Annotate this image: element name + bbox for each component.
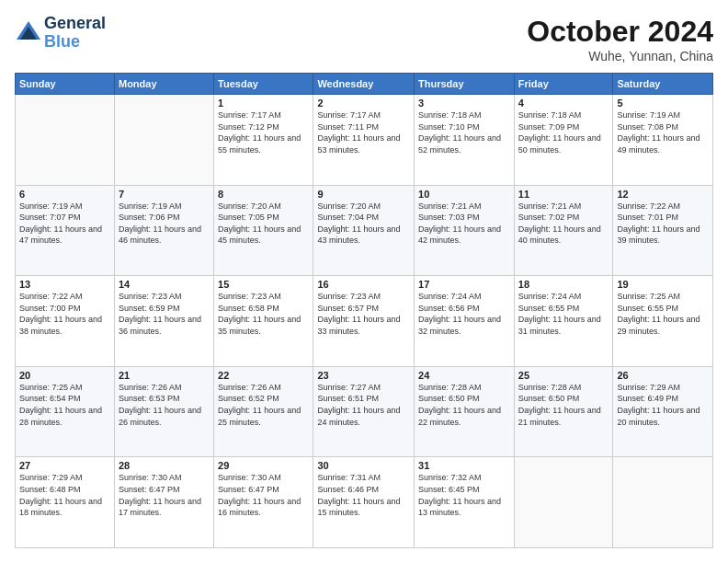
day-info: Sunrise: 7:23 AMSunset: 6:59 PMDaylight:… xyxy=(119,291,210,337)
day-number: 2 xyxy=(317,98,410,109)
calendar-cell: 19Sunrise: 7:25 AMSunset: 6:55 PMDayligh… xyxy=(613,276,713,367)
day-number: 3 xyxy=(418,98,510,109)
day-number: 12 xyxy=(617,189,709,200)
calendar-cell: 26Sunrise: 7:29 AMSunset: 6:49 PMDayligh… xyxy=(613,366,713,457)
weekday-header-thursday: Thursday xyxy=(415,74,515,95)
calendar-cell: 4Sunrise: 7:18 AMSunset: 7:09 PMDaylight… xyxy=(514,95,613,186)
day-info: Sunrise: 7:28 AMSunset: 6:50 PMDaylight:… xyxy=(518,382,609,428)
day-number: 6 xyxy=(19,189,110,200)
day-info: Sunrise: 7:23 AMSunset: 6:58 PMDaylight:… xyxy=(218,291,309,337)
day-info: Sunrise: 7:18 AMSunset: 7:10 PMDaylight:… xyxy=(418,109,510,155)
title-block: October 2024 Wuhe, Yunnan, China xyxy=(527,15,713,63)
day-info: Sunrise: 7:25 AMSunset: 6:54 PMDaylight:… xyxy=(19,382,110,428)
day-info: Sunrise: 7:23 AMSunset: 6:57 PMDaylight:… xyxy=(317,291,410,337)
day-info: Sunrise: 7:19 AMSunset: 7:08 PMDaylight:… xyxy=(617,109,709,155)
calendar-cell: 2Sunrise: 7:17 AMSunset: 7:11 PMDaylight… xyxy=(313,95,415,186)
day-info: Sunrise: 7:22 AMSunset: 7:00 PMDaylight:… xyxy=(19,291,110,337)
week-row-3: 13Sunrise: 7:22 AMSunset: 7:00 PMDayligh… xyxy=(16,276,713,367)
calendar-cell: 12Sunrise: 7:22 AMSunset: 7:01 PMDayligh… xyxy=(613,185,713,276)
day-info: Sunrise: 7:30 AMSunset: 6:47 PMDaylight:… xyxy=(119,472,210,518)
day-info: Sunrise: 7:22 AMSunset: 7:01 PMDaylight:… xyxy=(617,201,709,247)
day-info: Sunrise: 7:20 AMSunset: 7:04 PMDaylight:… xyxy=(317,201,410,247)
day-number: 11 xyxy=(518,189,609,200)
calendar-cell: 22Sunrise: 7:26 AMSunset: 6:52 PMDayligh… xyxy=(214,366,313,457)
day-info: Sunrise: 7:26 AMSunset: 6:53 PMDaylight:… xyxy=(119,382,210,428)
day-number: 10 xyxy=(418,189,510,200)
logo: General Blue xyxy=(15,15,106,52)
location-title: Wuhe, Yunnan, China xyxy=(527,49,713,63)
day-info: Sunrise: 7:28 AMSunset: 6:50 PMDaylight:… xyxy=(418,382,510,428)
day-number: 13 xyxy=(19,279,110,290)
day-number: 26 xyxy=(617,370,709,381)
day-info: Sunrise: 7:27 AMSunset: 6:51 PMDaylight:… xyxy=(317,382,410,428)
day-number: 9 xyxy=(317,189,410,200)
calendar-cell: 18Sunrise: 7:24 AMSunset: 6:55 PMDayligh… xyxy=(514,276,613,367)
day-number: 8 xyxy=(218,189,309,200)
day-info: Sunrise: 7:17 AMSunset: 7:11 PMDaylight:… xyxy=(317,109,410,155)
day-info: Sunrise: 7:21 AMSunset: 7:02 PMDaylight:… xyxy=(518,201,609,247)
calendar-cell: 10Sunrise: 7:21 AMSunset: 7:03 PMDayligh… xyxy=(415,185,515,276)
day-info: Sunrise: 7:20 AMSunset: 7:05 PMDaylight:… xyxy=(218,201,309,247)
calendar-cell: 6Sunrise: 7:19 AMSunset: 7:07 PMDaylight… xyxy=(16,185,115,276)
day-info: Sunrise: 7:30 AMSunset: 6:47 PMDaylight:… xyxy=(218,472,309,518)
day-number: 23 xyxy=(317,370,410,381)
weekday-header-tuesday: Tuesday xyxy=(214,74,313,95)
day-number: 25 xyxy=(518,370,609,381)
calendar-cell: 20Sunrise: 7:25 AMSunset: 6:54 PMDayligh… xyxy=(16,366,115,457)
logo-line1: General xyxy=(44,14,106,32)
calendar-cell: 31Sunrise: 7:32 AMSunset: 6:45 PMDayligh… xyxy=(415,457,515,548)
calendar-cell: 24Sunrise: 7:28 AMSunset: 6:50 PMDayligh… xyxy=(415,366,515,457)
day-info: Sunrise: 7:19 AMSunset: 7:07 PMDaylight:… xyxy=(19,201,110,247)
calendar-cell: 7Sunrise: 7:19 AMSunset: 7:06 PMDaylight… xyxy=(114,185,213,276)
day-info: Sunrise: 7:29 AMSunset: 6:49 PMDaylight:… xyxy=(617,382,709,428)
weekday-header-wednesday: Wednesday xyxy=(313,74,415,95)
day-number: 1 xyxy=(218,98,309,109)
calendar-cell: 16Sunrise: 7:23 AMSunset: 6:57 PMDayligh… xyxy=(313,276,415,367)
day-number: 18 xyxy=(518,279,609,290)
logo-line2: Blue xyxy=(44,32,80,51)
calendar-cell: 5Sunrise: 7:19 AMSunset: 7:08 PMDaylight… xyxy=(613,95,713,186)
calendar-cell: 8Sunrise: 7:20 AMSunset: 7:05 PMDaylight… xyxy=(214,185,313,276)
day-info: Sunrise: 7:24 AMSunset: 6:55 PMDaylight:… xyxy=(518,291,609,337)
calendar-cell: 14Sunrise: 7:23 AMSunset: 6:59 PMDayligh… xyxy=(114,276,213,367)
day-number: 30 xyxy=(317,460,410,471)
calendar-cell: 25Sunrise: 7:28 AMSunset: 6:50 PMDayligh… xyxy=(514,366,613,457)
calendar-cell: 13Sunrise: 7:22 AMSunset: 7:00 PMDayligh… xyxy=(16,276,115,367)
logo-icon xyxy=(15,19,42,47)
weekday-header-row: SundayMondayTuesdayWednesdayThursdayFrid… xyxy=(16,74,713,95)
day-number: 7 xyxy=(119,189,210,200)
day-number: 15 xyxy=(218,279,309,290)
calendar-cell: 9Sunrise: 7:20 AMSunset: 7:04 PMDaylight… xyxy=(313,185,415,276)
day-info: Sunrise: 7:21 AMSunset: 7:03 PMDaylight:… xyxy=(418,201,510,247)
day-info: Sunrise: 7:24 AMSunset: 6:56 PMDaylight:… xyxy=(418,291,510,337)
day-number: 20 xyxy=(19,370,110,381)
day-info: Sunrise: 7:31 AMSunset: 6:46 PMDaylight:… xyxy=(317,472,410,518)
weekday-header-saturday: Saturday xyxy=(613,74,713,95)
calendar-cell: 29Sunrise: 7:30 AMSunset: 6:47 PMDayligh… xyxy=(214,457,313,548)
day-number: 17 xyxy=(418,279,510,290)
day-number: 28 xyxy=(119,460,210,471)
calendar-cell xyxy=(114,95,213,186)
day-info: Sunrise: 7:29 AMSunset: 6:48 PMDaylight:… xyxy=(19,472,110,518)
calendar-cell: 3Sunrise: 7:18 AMSunset: 7:10 PMDaylight… xyxy=(415,95,515,186)
day-number: 24 xyxy=(418,370,510,381)
calendar-cell: 17Sunrise: 7:24 AMSunset: 6:56 PMDayligh… xyxy=(415,276,515,367)
page: General Blue October 2024 Wuhe, Yunnan, … xyxy=(0,0,728,563)
day-number: 16 xyxy=(317,279,410,290)
logo-text: General Blue xyxy=(44,15,106,52)
day-info: Sunrise: 7:17 AMSunset: 7:12 PMDaylight:… xyxy=(218,109,309,155)
calendar-cell: 30Sunrise: 7:31 AMSunset: 6:46 PMDayligh… xyxy=(313,457,415,548)
calendar-cell xyxy=(514,457,613,548)
calendar-cell: 23Sunrise: 7:27 AMSunset: 6:51 PMDayligh… xyxy=(313,366,415,457)
day-info: Sunrise: 7:19 AMSunset: 7:06 PMDaylight:… xyxy=(119,201,210,247)
calendar-cell xyxy=(16,95,115,186)
week-row-5: 27Sunrise: 7:29 AMSunset: 6:48 PMDayligh… xyxy=(16,457,713,548)
day-number: 4 xyxy=(518,98,609,109)
day-number: 31 xyxy=(418,460,510,471)
calendar-cell: 15Sunrise: 7:23 AMSunset: 6:58 PMDayligh… xyxy=(214,276,313,367)
day-number: 19 xyxy=(617,279,709,290)
week-row-1: 1Sunrise: 7:17 AMSunset: 7:12 PMDaylight… xyxy=(16,95,713,186)
calendar-cell: 1Sunrise: 7:17 AMSunset: 7:12 PMDaylight… xyxy=(214,95,313,186)
calendar-table: SundayMondayTuesdayWednesdayThursdayFrid… xyxy=(15,73,713,548)
day-info: Sunrise: 7:32 AMSunset: 6:45 PMDaylight:… xyxy=(418,472,510,518)
